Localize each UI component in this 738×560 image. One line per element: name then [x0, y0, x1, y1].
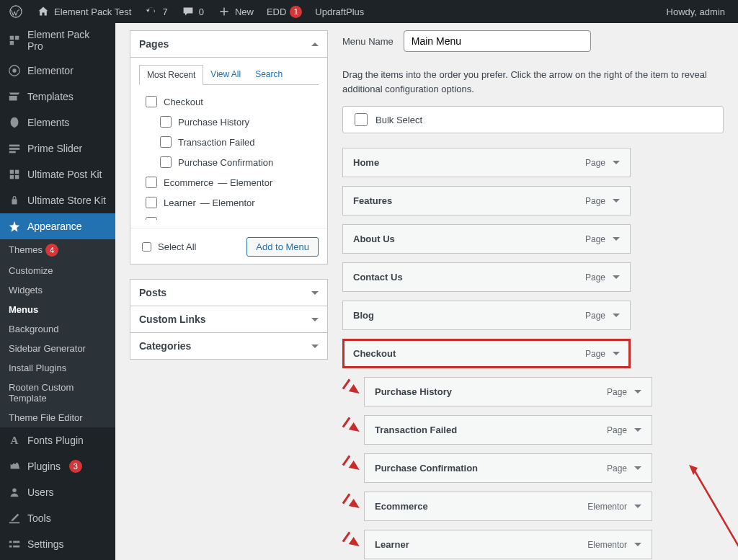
annotation-arrow-icon — [341, 534, 361, 554]
nav-icon — [7, 167, 22, 182]
nav-ultimate-post-kit[interactable]: Ultimate Post Kit — [0, 161, 115, 187]
menu-items-list: HomePageFeaturesPageAbout UsPageContact … — [342, 148, 724, 560]
svg-rect-8 — [9, 151, 16, 154]
metabox-pages-header[interactable]: Pages — [130, 31, 327, 58]
nav-tools[interactable]: Tools — [0, 505, 115, 531]
metabox-header[interactable]: Categories — [130, 333, 327, 359]
page-item[interactable]: A Test Page — Elementor — [140, 213, 318, 221]
menu-item-meta: Page — [607, 463, 641, 474]
menu-item-row: Purchase HistoryPage — [342, 377, 724, 406]
menu-item-row: HomePage — [342, 148, 724, 177]
nav-element-pack-pro[interactable]: Element Pack Pro — [0, 23, 115, 58]
nav-label: Appearance — [27, 221, 82, 232]
svg-rect-12 — [15, 175, 19, 179]
page-item[interactable]: Transaction Failed — [140, 132, 318, 152]
submenu-theme-file-editor[interactable]: Theme File Editor — [0, 408, 115, 427]
submenu-menus[interactable]: Menus — [0, 300, 115, 319]
submenu-install-plugins[interactable]: Install Plugins — [0, 358, 115, 378]
site-name-label: Element Pack Test — [54, 6, 131, 17]
comments-item[interactable]: 0 — [178, 4, 207, 19]
nav-icon — [7, 537, 22, 551]
menu-item[interactable]: BlogPage — [342, 301, 631, 330]
menu-item[interactable]: LearnerElementor — [364, 530, 652, 559]
submenu-customize[interactable]: Customize — [0, 261, 115, 280]
nav-icon — [7, 33, 22, 48]
menu-item-type: Page — [607, 463, 627, 474]
add-to-menu-button[interactable]: Add to Menu — [246, 237, 319, 257]
nav-settings[interactable]: Settings — [0, 531, 115, 557]
menu-item[interactable]: CheckoutPage — [342, 339, 631, 368]
expand-caret-icon[interactable] — [613, 199, 620, 203]
metabox-header[interactable]: Posts — [130, 280, 327, 306]
menu-item[interactable]: HomePage — [342, 148, 631, 177]
nav-icon: A — [7, 433, 22, 448]
expand-caret-icon[interactable] — [613, 352, 620, 355]
updraft-item[interactable]: UpdraftPlus — [312, 6, 367, 17]
nav-appearance[interactable]: Appearance — [0, 213, 115, 239]
menu-item-label: Features — [353, 195, 392, 206]
nav-users[interactable]: Users — [0, 479, 115, 505]
pages-list[interactable]: CheckoutPurchase HistoryTransaction Fail… — [139, 91, 319, 221]
nav-ultimate-store-kit[interactable]: Ultimate Store Kit — [0, 187, 115, 213]
menu-item[interactable]: EcommerceElementor — [364, 492, 652, 521]
admin-sidebar: Element Pack ProElementorTemplatesElemen… — [0, 23, 115, 560]
expand-caret-icon[interactable] — [634, 428, 641, 432]
wp-logo[interactable] — [6, 4, 26, 19]
page-item[interactable]: Purchase Confirmation — [140, 152, 318, 172]
expand-caret-icon[interactable] — [634, 505, 641, 508]
updates-item[interactable]: 7 — [141, 4, 170, 19]
nav-fonts-plugin[interactable]: AFonts Plugin — [0, 427, 115, 453]
menu-item[interactable]: Transaction FailedPage — [364, 415, 652, 445]
menu-item[interactable]: Purchase ConfirmationPage — [364, 453, 652, 483]
nav-label: Elements — [27, 117, 69, 128]
nav-plugins[interactable]: Plugins3 — [0, 453, 115, 479]
menu-item[interactable]: Contact UsPage — [342, 262, 631, 292]
submenu-background[interactable]: Background — [0, 319, 115, 339]
submenu-themes[interactable]: Themes4 — [0, 239, 115, 261]
tab-search[interactable]: Search — [248, 65, 290, 84]
expand-caret-icon[interactable] — [613, 275, 620, 279]
menu-item[interactable]: Purchase HistoryPage — [364, 377, 652, 406]
new-item[interactable]: New — [214, 4, 257, 19]
expand-caret-icon[interactable] — [634, 390, 641, 394]
howdy-item[interactable]: Howdy, admin — [664, 6, 728, 17]
page-item[interactable]: Purchase History — [140, 112, 318, 132]
tab-view-all[interactable]: View All — [203, 65, 248, 84]
tab-most-recent[interactable]: Most Recent — [139, 65, 203, 85]
expand-caret-icon[interactable] — [613, 161, 620, 164]
page-item[interactable]: Ecommerce — Elementor — [140, 172, 318, 192]
nav-prime-slider[interactable]: Prime Slider — [0, 135, 115, 161]
menu-item-type: Page — [607, 387, 627, 397]
nav-label: Elementor — [27, 65, 74, 76]
menu-name-label: Menu Name — [342, 36, 394, 47]
menu-item-label: Purchase History — [375, 386, 452, 397]
metabox-header[interactable]: Custom Links — [130, 306, 327, 332]
nav-elements[interactable]: Elements — [0, 110, 115, 135]
submenu-rooten-custom-template[interactable]: Rooten Custom Template — [0, 378, 115, 408]
menu-item-type: Page — [585, 196, 605, 206]
nav-templates[interactable]: Templates — [0, 84, 115, 110]
updraft-label: UpdraftPlus — [315, 6, 364, 17]
menu-item-meta: Elementor — [587, 540, 641, 550]
menu-item-label: Home — [353, 157, 379, 168]
menu-item[interactable]: FeaturesPage — [342, 186, 631, 215]
expand-caret-icon[interactable] — [634, 466, 641, 470]
edd-item[interactable]: EDD 1 — [264, 6, 305, 18]
page-item[interactable]: Checkout — [140, 92, 318, 112]
expand-caret-icon[interactable] — [613, 237, 620, 241]
comment-icon — [181, 4, 195, 19]
select-all-checkbox[interactable]: Select All — [139, 240, 196, 254]
page-item[interactable]: Learner — Elementor — [140, 192, 318, 213]
expand-caret-icon[interactable] — [634, 543, 641, 546]
submenu-sidebar-generator[interactable]: Sidebar Generator — [0, 339, 115, 358]
menu-item-type: Page — [585, 272, 605, 283]
svg-rect-6 — [9, 145, 19, 147]
nav-elementor[interactable]: Elementor — [0, 58, 115, 84]
menu-item[interactable]: About UsPage — [342, 224, 631, 254]
refresh-icon — [144, 4, 159, 19]
submenu-widgets[interactable]: Widgets — [0, 280, 115, 300]
site-name[interactable]: Element Pack Test — [33, 4, 134, 19]
expand-caret-icon[interactable] — [613, 314, 620, 317]
menu-name-input[interactable] — [404, 30, 591, 52]
bulk-select-toggle[interactable]: Bulk Select — [342, 106, 724, 133]
